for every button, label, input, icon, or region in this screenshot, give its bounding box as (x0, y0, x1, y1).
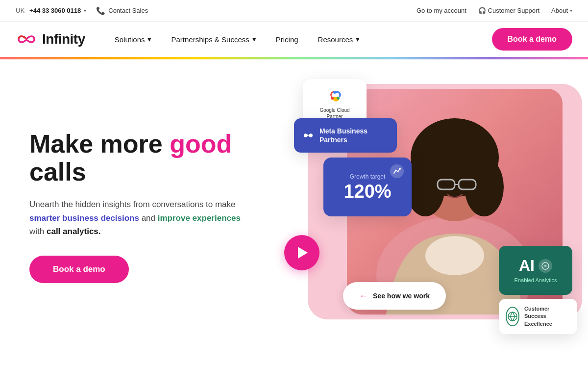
nav-item-resources[interactable]: Resources ▾ (308, 31, 370, 48)
svg-point-3 (406, 158, 445, 216)
phone-number: +44 33 3060 0118 (29, 7, 81, 14)
subtitle-after: with (29, 227, 47, 236)
cse-text: Customer Success Excellence (524, 305, 570, 328)
solutions-chevron-icon: ▾ (147, 35, 151, 44)
growth-percent: 120% (343, 182, 391, 201)
nav-links: Solutions ▾ Partnerships & Success ▾ Pri… (105, 31, 492, 48)
google-cloud-icon (326, 87, 343, 105)
card-see-how[interactable]: ← See how we work (343, 282, 446, 310)
subtitle-before: Unearth the hidden insights from convers… (29, 200, 236, 209)
meta-icon (302, 129, 315, 142)
logo-text: Infinity (42, 31, 85, 47)
svg-point-8 (425, 236, 484, 275)
ai-header: AI (519, 257, 552, 275)
play-button[interactable] (284, 235, 319, 270)
svg-point-9 (337, 97, 340, 100)
cse-globe-icon (506, 307, 519, 326)
top-bar: UK +44 33 3060 0118 ▾ 📞 Contact Sales Go… (0, 0, 588, 22)
svg-point-12 (399, 168, 401, 170)
subtitle-improve: improve experiences (158, 213, 241, 223)
card-ai-analytics: AI Enabled Analytics (499, 246, 572, 295)
locale-label: UK (16, 7, 24, 14)
arrow-left-icon: ← (359, 291, 368, 301)
hero-subtitle: Unearth the hidden insights from convers… (29, 198, 255, 238)
subtitle-smarter: smarter business decisions (29, 213, 139, 223)
play-triangle-icon (298, 247, 308, 259)
headset-icon-2: 🎧 (478, 7, 488, 14)
see-how-text: See how we work (373, 292, 430, 300)
subtitle-bold: call analytics. (47, 227, 101, 236)
ai-brain-icon (539, 259, 552, 273)
nav-item-partnerships[interactable]: Partnerships & Success ▾ (161, 31, 266, 48)
nav-item-solutions[interactable]: Solutions ▾ (105, 31, 162, 48)
headset-icon: 📞 (96, 6, 105, 15)
nav-item-pricing[interactable]: Pricing (266, 31, 308, 48)
hero-left: Make more good calls Unearth the hidden … (29, 130, 274, 283)
hero-title-before: Make more (29, 130, 170, 158)
svg-point-10 (331, 97, 334, 100)
contact-sales-link[interactable]: 📞 Contact Sales (96, 6, 148, 15)
hero-section: Make more good calls Unearth the hidden … (0, 59, 588, 354)
about-label: About (551, 7, 568, 14)
customer-support-link[interactable]: 🎧 Customer Support (478, 7, 539, 14)
logo[interactable]: Infinity (16, 28, 85, 50)
top-bar-right: Go to my account 🎧 Customer Support Abou… (416, 7, 572, 14)
hero-right: Google Cloud Partner Meta Business Partn… (294, 79, 572, 334)
ai-enabled-text: Enabled Analytics (514, 277, 557, 284)
partnerships-chevron-icon: ▾ (252, 35, 256, 44)
about-link[interactable]: About ▾ (551, 7, 572, 14)
about-chevron-icon: ▾ (570, 8, 572, 13)
card-growth-target: Growth target 120% (323, 158, 412, 216)
go-to-account-link[interactable]: Go to my account (416, 7, 466, 14)
hero-cta-button[interactable]: Book a demo (29, 256, 129, 283)
card-meta-business: Meta Business Partners (294, 118, 397, 153)
hero-title-after: calls (29, 158, 86, 186)
phone-chevron-icon[interactable]: ▾ (84, 8, 86, 13)
ai-label: AI (519, 257, 535, 275)
navbar: Infinity Solutions ▾ Partnerships & Succ… (0, 22, 588, 57)
top-bar-left: UK +44 33 3060 0118 ▾ 📞 Contact Sales (16, 6, 148, 15)
card-customer-success: Customer Success Excellence (499, 299, 577, 334)
hero-title-highlight: good (170, 130, 232, 158)
logo-icon (16, 28, 37, 50)
book-demo-button[interactable]: Book a demo (492, 28, 572, 51)
resources-chevron-icon: ▾ (356, 35, 360, 44)
phone-wrapper: UK +44 33 3060 0118 ▾ (16, 7, 86, 14)
subtitle-middle: and (139, 213, 158, 223)
growth-icon (390, 164, 404, 178)
svg-point-11 (333, 91, 336, 94)
hero-title: Make more good calls (29, 130, 274, 186)
svg-point-4 (465, 158, 504, 216)
contact-sales-label: Contact Sales (108, 7, 148, 14)
meta-text: Meta Business Partners (319, 127, 389, 144)
growth-label: Growth target (350, 173, 386, 180)
